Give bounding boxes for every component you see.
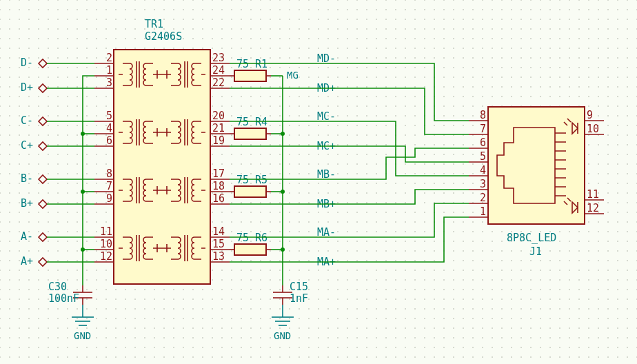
svg-text:21: 21 (212, 122, 225, 134)
svg-text:1: 1 (106, 64, 112, 77)
connector-j1: 8P8C_LED J1 (469, 107, 604, 258)
gnd-right: GND (272, 305, 294, 341)
svg-text:R5: R5 (255, 174, 267, 186)
svg-text:8: 8 (480, 109, 486, 121)
svg-text:24: 24 (212, 64, 225, 77)
svg-text:D+: D+ (21, 81, 33, 94)
wires-left (47, 63, 94, 285)
svg-text:15: 15 (212, 238, 225, 250)
capacitor-c30: C30 100nF (48, 281, 92, 305)
svg-text:A-: A- (21, 230, 33, 243)
svg-marker-50 (39, 84, 47, 92)
svg-point-81 (281, 190, 285, 194)
resistor-r4: 75 R4 (230, 116, 271, 139)
svg-text:75: 75 (236, 174, 249, 186)
svg-text:22: 22 (212, 77, 225, 89)
svg-text:75: 75 (236, 58, 249, 70)
svg-rect-0 (114, 50, 210, 284)
svg-text:4: 4 (480, 164, 486, 176)
svg-text:GND: GND (274, 330, 291, 341)
mid-net-labels: MD- MD+ MC- MC+ MB- MB+ MA- MA+ (317, 52, 336, 268)
svg-text:23: 23 (212, 52, 225, 64)
svg-rect-60 (234, 70, 266, 81)
svg-text:B+: B+ (21, 197, 33, 210)
svg-text:4: 4 (106, 122, 112, 134)
resistor-r6: 75 R6 (230, 232, 271, 255)
svg-text:75: 75 (236, 116, 249, 128)
svg-text:B-: B- (21, 172, 33, 185)
svg-rect-75 (234, 244, 266, 255)
svg-marker-56 (39, 258, 47, 266)
j1-value: 8P8C_LED (507, 232, 556, 244)
svg-text:13: 13 (212, 250, 225, 263)
svg-marker-54 (39, 200, 47, 208)
svg-text:10: 10 (100, 238, 112, 250)
transformer-tr1: TR1 G2406S (114, 18, 210, 284)
left-net-ports: D- D+ C- C+ B- B+ A- A+ (21, 57, 33, 267)
gnd-left: GND (72, 305, 94, 341)
svg-text:75: 75 (236, 232, 249, 244)
svg-text:1nF: 1nF (290, 292, 308, 305)
schematic-canvas: TR1 G2406S (0, 0, 637, 364)
svg-text:11: 11 (100, 225, 112, 238)
tr1-right-pins: 23 24 22 20 21 19 17 18 16 14 15 13 (212, 52, 225, 263)
svg-text:R6: R6 (255, 232, 267, 244)
svg-text:2: 2 (480, 192, 486, 204)
svg-text:A+: A+ (21, 255, 33, 267)
svg-text:18: 18 (212, 180, 225, 192)
svg-text:16: 16 (212, 192, 225, 205)
svg-text:7: 7 (106, 180, 112, 192)
svg-text:6: 6 (480, 136, 486, 149)
capacitor-c15: C15 1nF (273, 281, 308, 305)
svg-text:11: 11 (587, 188, 599, 201)
resistor-r1: 75 R1 (230, 58, 271, 81)
resistor-r5: 75 R5 (230, 174, 271, 197)
tr1-left-pins: 2 1 3 5 4 6 8 7 9 11 10 12 (100, 52, 112, 263)
svg-text:GND: GND (74, 330, 91, 341)
svg-text:C15: C15 (290, 281, 308, 293)
svg-text:12: 12 (100, 250, 112, 263)
svg-text:C+: C+ (21, 139, 33, 152)
svg-marker-55 (39, 233, 47, 241)
svg-text:5: 5 (106, 110, 112, 122)
svg-text:20: 20 (212, 110, 225, 122)
svg-point-59 (81, 247, 85, 252)
svg-text:12: 12 (587, 202, 599, 214)
svg-point-58 (81, 190, 85, 194)
svg-text:17: 17 (212, 168, 225, 180)
svg-text:100nF: 100nF (48, 292, 79, 305)
svg-rect-91 (488, 107, 585, 224)
svg-text:8: 8 (106, 168, 112, 180)
tr1-value: G2406S (145, 30, 182, 43)
svg-rect-70 (234, 186, 266, 197)
svg-text:5: 5 (480, 150, 486, 163)
svg-marker-49 (39, 59, 47, 68)
svg-text:10: 10 (587, 123, 599, 135)
svg-text:C30: C30 (48, 281, 67, 293)
svg-text:3: 3 (480, 178, 486, 190)
svg-text:9: 9 (106, 192, 112, 205)
svg-marker-52 (39, 142, 47, 150)
resistors: 75 R1 75 R4 75 R5 75 R6 (230, 58, 271, 255)
svg-marker-53 (39, 175, 47, 183)
svg-text:9: 9 (587, 109, 593, 121)
svg-text:2: 2 (106, 52, 112, 64)
svg-text:3: 3 (106, 77, 112, 89)
svg-rect-65 (234, 128, 266, 139)
svg-text:R4: R4 (255, 116, 267, 128)
svg-text:1: 1 (480, 205, 486, 218)
svg-text:R1: R1 (255, 58, 267, 70)
svg-text:C-: C- (21, 114, 33, 127)
tr1-ref: TR1 (145, 18, 163, 30)
svg-point-80 (281, 132, 285, 136)
net-mg: MG (287, 70, 299, 81)
svg-text:6: 6 (106, 134, 112, 147)
svg-text:D-: D- (21, 57, 33, 69)
svg-point-57 (81, 132, 85, 136)
svg-text:7: 7 (480, 123, 486, 135)
svg-marker-51 (39, 117, 47, 125)
svg-text:14: 14 (212, 225, 225, 238)
svg-text:19: 19 (212, 134, 225, 147)
j1-ref: J1 (529, 245, 542, 258)
svg-point-82 (281, 247, 285, 252)
